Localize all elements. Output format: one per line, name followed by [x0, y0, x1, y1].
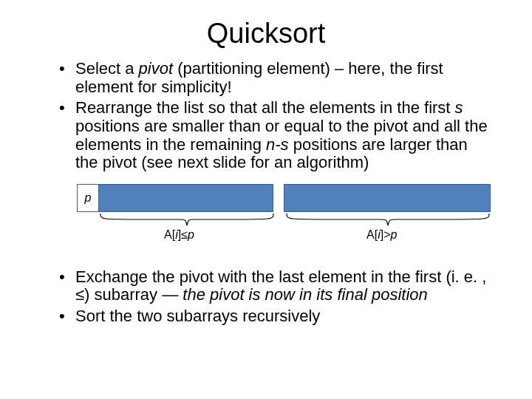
bullet-3: Exchange the pivot with the last element… [59, 268, 489, 304]
bullet-4: Sort the two subarrays recursively [59, 307, 489, 326]
right-block [284, 184, 491, 212]
bullet-3-b: the pivot is now in its final position [183, 285, 427, 304]
right-brace [285, 212, 491, 228]
bullet-1-pre: Select a [75, 59, 139, 78]
bullet-list-2: Exchange the pivot with the last element… [35, 268, 497, 326]
bullet-2-a: Rearrange the list so that all the eleme… [75, 98, 455, 117]
bullet-2-ns: n-s [266, 135, 289, 154]
bullet-2-s: s [455, 98, 463, 117]
diagram-row: p [77, 184, 491, 212]
left-label-p: p [188, 228, 194, 241]
bullet-2: Rearrange the list so that all the eleme… [59, 99, 489, 172]
bullet-list: Select a pivot (partitioning element) – … [35, 60, 497, 172]
left-label-b: ]≤ [178, 228, 188, 241]
left-brace [99, 212, 275, 228]
page-title: Quicksort [35, 18, 497, 50]
bullet-1: Select a pivot (partitioning element) – … [59, 60, 489, 96]
right-label-b: ]> [381, 228, 391, 241]
right-label-a: A[ [366, 228, 378, 241]
right-label-p: p [390, 228, 397, 241]
partition-diagram: p A[i]≤p A[i]>p [77, 184, 491, 255]
bullet-1-pivot: pivot [139, 59, 173, 78]
slide: Quicksort Select a pivot (partitioning e… [0, 0, 532, 399]
left-block [99, 184, 273, 212]
pivot-cell: p [77, 184, 99, 212]
right-brace-label: A[i]>p [366, 228, 397, 242]
left-brace-label: A[i]≤p [164, 228, 194, 242]
left-label-a: A[ [164, 228, 175, 241]
diagram-gap [273, 184, 284, 212]
